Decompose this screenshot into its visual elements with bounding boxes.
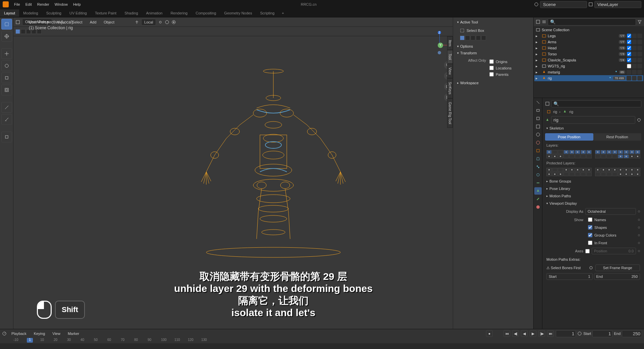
n-panel-active-tool[interactable]: Active Tool <box>454 19 532 26</box>
prop-tab-bone[interactable] <box>534 195 542 203</box>
set-frame-range-btn[interactable]: Set Frame Range <box>595 264 640 271</box>
play-btn[interactable]: ▶ <box>530 330 536 337</box>
origins-checkbox[interactable] <box>489 59 494 64</box>
tool-add-cube[interactable] <box>1 132 12 142</box>
header-add[interactable]: Add <box>87 19 99 25</box>
n-panel-transform[interactable]: Transform <box>454 50 532 56</box>
display-as-dropdown[interactable]: Octahedral <box>585 208 636 215</box>
timeline-marker[interactable]: Marker <box>65 331 82 337</box>
outliner-editor-icon[interactable] <box>536 19 540 24</box>
tree-rig[interactable]: ▸ rig 78 499 <box>534 75 643 81</box>
prop-tab-world[interactable] <box>534 139 542 146</box>
timeline-keying[interactable]: Keying <box>31 331 48 337</box>
tab-geometry-nodes[interactable]: Geometry Nodes <box>220 9 256 17</box>
legs-render-icon[interactable] <box>637 34 642 38</box>
tree-clavicle[interactable]: ▸ Clavicle_Scapula ▽4 <box>534 57 643 63</box>
tab-uv-editing[interactable]: UV Editing <box>65 9 91 17</box>
timeline-view[interactable]: View <box>50 331 63 337</box>
pivot-icon[interactable] <box>158 20 163 24</box>
tree-torso[interactable]: ▸ Torso ▽3 <box>534 51 643 57</box>
current-frame-marker[interactable]: 1 <box>27 338 33 343</box>
clavicle-enable[interactable] <box>627 58 631 62</box>
prop-tab-data[interactable] <box>534 187 542 195</box>
keyframe-next-btn[interactable]: |▶ <box>538 330 545 337</box>
jump-start-btn[interactable]: ⏮ <box>503 330 510 337</box>
legs-vis-icon[interactable] <box>632 34 637 38</box>
names-checkbox[interactable] <box>588 217 592 222</box>
wgts-enable[interactable] <box>627 64 631 68</box>
head-enable[interactable] <box>627 46 631 50</box>
n-panel-options[interactable]: Options <box>454 43 532 50</box>
tab-animation[interactable]: Animation <box>142 9 167 17</box>
tree-legs[interactable]: ▸ Legs ▽7 <box>534 33 643 39</box>
tab-shading[interactable]: Shading <box>120 9 142 17</box>
prop-editor-icon[interactable] <box>545 101 550 106</box>
menu-file[interactable]: File <box>11 1 23 8</box>
outliner-display-icon[interactable] <box>542 19 546 24</box>
proportional-icon[interactable] <box>171 20 176 24</box>
tool-transform[interactable] <box>1 85 12 95</box>
tab-modeling[interactable]: Modeling <box>19 9 42 17</box>
tool-cursor[interactable] <box>1 31 12 42</box>
in-front-checkbox[interactable] <box>588 241 592 245</box>
end-frame-input[interactable] <box>622 330 642 337</box>
n-tab-view[interactable]: View <box>447 64 453 79</box>
axes-checkbox[interactable] <box>585 249 590 253</box>
snap-icon[interactable] <box>165 20 169 24</box>
outliner-filter-icon[interactable] <box>637 19 642 24</box>
clock-icon[interactable] <box>577 331 582 336</box>
tab-sculpting[interactable]: Sculpting <box>42 9 65 17</box>
n-tab-tool[interactable]: Tool <box>447 50 453 63</box>
tool-annotate[interactable] <box>1 102 12 113</box>
position-field[interactable]: Position 0.0 <box>592 248 636 254</box>
tool-rotate[interactable] <box>1 60 12 71</box>
play-reverse-btn[interactable]: ◀ <box>521 330 528 337</box>
header-object[interactable]: Object <box>101 19 117 25</box>
viewport-display-header[interactable]: Viewport Display <box>544 200 643 207</box>
tree-scene-collection[interactable]: Scene Collection <box>534 27 643 33</box>
menu-edit[interactable]: Edit <box>23 1 35 8</box>
parents-checkbox[interactable] <box>489 72 494 77</box>
tool-measure[interactable] <box>1 114 12 125</box>
bone-groups-header[interactable]: Bone Groups <box>544 178 643 185</box>
timeline-ruler[interactable]: 1 -10 10 20 30 40 50 60 70 80 90 100 110… <box>0 338 644 343</box>
current-frame-input[interactable] <box>556 330 576 337</box>
tree-metarig[interactable]: ▸ metarig 65 <box>534 69 643 75</box>
pose-position-btn[interactable]: Pose Position <box>545 133 593 141</box>
prop-tab-scene[interactable] <box>534 131 542 138</box>
shapes-checkbox[interactable] <box>588 225 592 230</box>
menu-window[interactable]: Window <box>52 1 70 8</box>
keyframe-dot[interactable] <box>638 210 640 212</box>
viewport[interactable]: Object Mode ▾ View Select Add Object Loc… <box>13 17 533 329</box>
editor-type-icon[interactable] <box>15 20 20 24</box>
locations-checkbox[interactable] <box>489 66 494 70</box>
autokey-btn[interactable]: ● <box>486 330 493 337</box>
prop-tab-material[interactable] <box>534 203 542 211</box>
start-frame-input[interactable] <box>592 330 612 337</box>
properties-search[interactable] <box>551 100 641 107</box>
protected-layers[interactable] <box>544 166 643 178</box>
tab-layout[interactable]: Layout <box>0 9 19 17</box>
gizmo-z[interactable]: Z <box>438 31 441 34</box>
prop-tab-tool[interactable] <box>534 99 542 106</box>
timeline-playback[interactable]: Playback <box>9 331 29 337</box>
prop-tab-particles[interactable] <box>534 163 542 170</box>
keyframe-prev-btn[interactable]: ◀| <box>512 330 519 337</box>
prop-tab-constraints[interactable] <box>534 179 542 187</box>
blender-logo[interactable] <box>3 1 9 7</box>
prop-tab-viewlayer[interactable] <box>534 123 542 130</box>
tab-rendering[interactable]: Rendering <box>166 9 192 17</box>
tree-head[interactable]: ▸ Head ▽3 <box>534 45 643 51</box>
outliner-tree[interactable]: Scene Collection ▸ Legs ▽7 ▸ Arms ▽7 <box>534 26 644 98</box>
scene-name-input[interactable] <box>540 1 587 8</box>
tool-move[interactable] <box>1 48 12 59</box>
motion-paths-header[interactable]: Motion Paths <box>544 192 643 200</box>
n-panel-workspace[interactable]: Workspace <box>454 80 532 86</box>
armature-name-input[interactable] <box>551 116 635 124</box>
legs-enable[interactable] <box>627 34 631 38</box>
skeleton-header[interactable]: Skeleton <box>544 124 643 132</box>
breadcrumb-rig2[interactable]: rig <box>569 110 573 114</box>
tab-texture-paint[interactable]: Texture Paint <box>91 9 120 17</box>
prop-tab-physics[interactable] <box>534 171 542 179</box>
orientation-dropdown[interactable]: Local <box>141 19 156 26</box>
